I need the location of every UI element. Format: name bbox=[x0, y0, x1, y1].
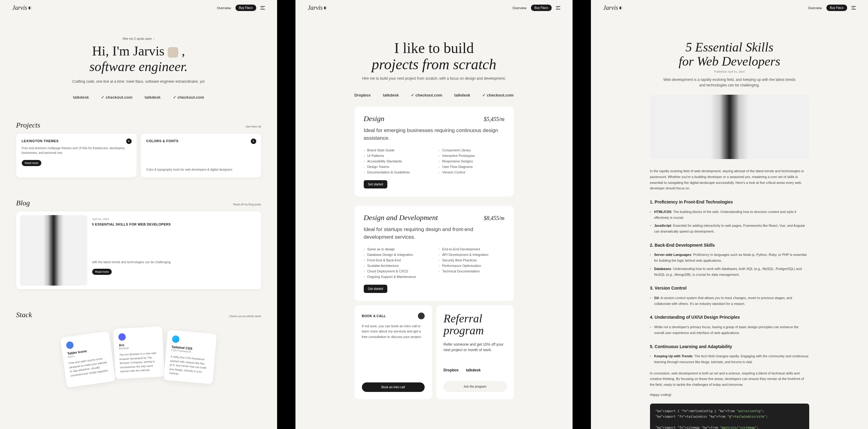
blog-date: April 01, 2024 bbox=[92, 218, 255, 221]
feature-item: API Development & Integration bbox=[439, 253, 504, 256]
feature-item: Component Library bbox=[439, 148, 504, 152]
feature-item: Same as in design bbox=[364, 247, 430, 251]
stack-card: ArcBrowser The Arc Browser is a new web … bbox=[113, 326, 164, 379]
avatar bbox=[418, 313, 425, 319]
read-more-button[interactable]: Read more bbox=[22, 160, 42, 166]
referral-card: Referralprogram Refer someone and get 10… bbox=[436, 305, 514, 400]
plus-icon[interactable]: + bbox=[126, 139, 132, 144]
blog-card: April 01, 2024 5 ESSENTIAL SKILLS FOR WE… bbox=[16, 211, 261, 289]
article-date: Published: April 01, 2024 bbox=[591, 70, 868, 73]
hire-badge[interactable]: Hire me 2 spots open› bbox=[16, 37, 261, 40]
tailwind-icon bbox=[172, 335, 179, 343]
feature-item: Interactive Prototypes bbox=[439, 154, 504, 158]
tabler-icon bbox=[65, 341, 74, 349]
brand-dot-icon bbox=[619, 6, 622, 9]
feature-item: User Flow Diagrams bbox=[439, 165, 504, 169]
get-started-button[interactable]: Get started bbox=[364, 180, 387, 189]
feature-item: Brand Style Guide bbox=[364, 148, 430, 152]
price: $8,455/m bbox=[484, 215, 504, 222]
feature-item: Technical Documentation bbox=[439, 269, 504, 273]
get-started-button[interactable]: Get started bbox=[364, 285, 387, 293]
feature-item: Design Tokens bbox=[364, 165, 430, 169]
hero: Hi, I'm Jarvis ,software engineer. bbox=[16, 44, 261, 75]
join-program-button[interactable]: Join the program bbox=[444, 381, 506, 392]
blog-excerpt: with the latest trends and technologies … bbox=[92, 260, 255, 264]
feature-item: Security Best Practices bbox=[439, 258, 504, 262]
projects-see-all[interactable]: See them all bbox=[246, 125, 261, 128]
menu-icon[interactable] bbox=[556, 6, 560, 9]
menu-icon[interactable] bbox=[851, 6, 856, 9]
nav-overview[interactable]: Overview bbox=[808, 6, 822, 10]
brand[interactable]: Jarvis bbox=[308, 4, 327, 11]
arc-icon bbox=[118, 334, 126, 341]
read-more-button[interactable]: Read more bbox=[92, 269, 112, 275]
feature-item: Database Design & Integration bbox=[364, 253, 430, 256]
book-call-button[interactable]: Book an intro call bbox=[362, 382, 425, 392]
brand-dot-icon bbox=[29, 6, 32, 9]
feature-item: Version Control bbox=[439, 170, 504, 174]
feature-item: Cloud Deployment & CI/CD bbox=[364, 269, 430, 273]
hero-sub: Hire me to build your next project from … bbox=[354, 76, 514, 81]
hero-sub: Crafting code, one line at a time: meet … bbox=[16, 79, 261, 85]
blog-see-all[interactable]: Read all my blog posts bbox=[233, 203, 261, 206]
blog-image bbox=[20, 215, 87, 286]
stack-card: Tailwind CSSCSS Framework A utility-firs… bbox=[163, 330, 217, 384]
article-body: In the rapidly evolving field of web dev… bbox=[650, 168, 809, 397]
price: $5,455/m bbox=[484, 116, 504, 122]
brand-dot-icon bbox=[324, 6, 327, 9]
feature-item: Ongoing Support & Maintenance bbox=[364, 275, 430, 279]
logo-row: talkdesk✓ checkout.comtalkdesk✓ checkout… bbox=[16, 95, 261, 99]
book-call-card: BOOK A CALL If not sure, you can book an… bbox=[354, 305, 432, 400]
feature-item: Front-End & Back-End bbox=[364, 258, 430, 262]
feature-item: Documentation & Guidelines bbox=[364, 170, 430, 174]
article-title: 5 Essential Skillsfor Web Developers bbox=[591, 40, 868, 68]
feature-item: Accessibility Standards bbox=[364, 159, 430, 163]
brand[interactable]: Jarvis bbox=[603, 4, 622, 11]
buy-button[interactable]: Buy Flaco bbox=[826, 5, 847, 11]
buy-button[interactable]: Buy Flaco bbox=[236, 5, 256, 11]
plus-icon[interactable]: + bbox=[251, 139, 256, 144]
stack-see-all[interactable]: Check out my whole stack bbox=[229, 315, 261, 318]
project-card: LEXINGTON THEMES + Free and premium mult… bbox=[16, 134, 136, 177]
buy-button[interactable]: Buy Flaco bbox=[531, 5, 552, 11]
feature-item: Scalable Architecture bbox=[364, 264, 430, 267]
plan-design: Design$5,455/m Ideal for emerging busine… bbox=[354, 107, 514, 196]
article-lead: Web development is a rapidly evolving fi… bbox=[662, 77, 797, 88]
blog-heading: Blog bbox=[16, 199, 30, 207]
menu-icon[interactable] bbox=[260, 6, 265, 9]
article-image bbox=[650, 95, 809, 159]
projects-heading: Projects bbox=[16, 121, 40, 129]
avatar bbox=[168, 47, 178, 58]
logo-row: Dropboxtalkdesk✓ checkout.comtalkdesk✓ c… bbox=[354, 93, 514, 97]
feature-item: Responsive Designs bbox=[439, 159, 504, 163]
blog-title: 5 ESSENTIAL SKILLS FOR WEB DEVELOPERS bbox=[92, 223, 255, 226]
feature-item: UI Patterns bbox=[364, 154, 430, 158]
stack-heading: Stack bbox=[16, 311, 32, 319]
feature-item: Performance Optimization bbox=[439, 264, 504, 267]
stack-card: Tabler IconsIcons Free and open source i… bbox=[60, 331, 116, 388]
code-block: "kw">import { "fn">defineConfig } "kw">f… bbox=[650, 404, 809, 429]
nav-overview[interactable]: Overview bbox=[217, 6, 231, 10]
plan-design-dev: Design and Development$8,455/m Ideal for… bbox=[354, 206, 514, 301]
project-card: COLORS & FONTS + Color & typography tool… bbox=[141, 134, 261, 177]
feature-item: End-to-End Development bbox=[439, 247, 504, 251]
chevron-right-icon: › bbox=[154, 37, 155, 40]
nav-overview[interactable]: Overview bbox=[513, 6, 527, 10]
brand[interactable]: Jarvis bbox=[12, 4, 32, 11]
